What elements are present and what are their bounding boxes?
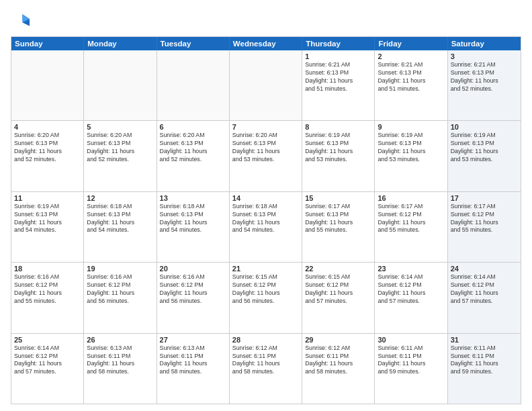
day-number: 11: [14, 194, 81, 202]
cell-info: Sunrise: 6:18 AM Sunset: 6:13 PM Dayligh…: [160, 203, 226, 235]
cell-info: Sunrise: 6:12 AM Sunset: 6:11 PM Dayligh…: [232, 345, 299, 377]
day-number: 26: [87, 336, 153, 344]
calendar-header: SundayMondayTuesdayWednesdayThursdayFrid…: [11, 37, 521, 50]
cell-info: Sunrise: 6:19 AM Sunset: 6:13 PM Dayligh…: [378, 132, 444, 164]
cell-info: Sunrise: 6:18 AM Sunset: 6:13 PM Dayligh…: [232, 203, 299, 235]
cell-info: Sunrise: 6:18 AM Sunset: 6:13 PM Dayligh…: [87, 203, 153, 235]
day-header-thursday: Thursday: [302, 37, 375, 50]
cal-cell: 15Sunrise: 6:17 AM Sunset: 6:13 PM Dayli…: [302, 192, 375, 262]
cell-info: Sunrise: 6:12 AM Sunset: 6:11 PM Dayligh…: [305, 345, 371, 377]
cell-info: Sunrise: 6:20 AM Sunset: 6:13 PM Dayligh…: [160, 132, 226, 164]
day-number: 2: [378, 52, 444, 60]
cell-info: Sunrise: 6:16 AM Sunset: 6:12 PM Dayligh…: [87, 273, 153, 306]
cal-cell: [11, 50, 84, 120]
cal-cell: 14Sunrise: 6:18 AM Sunset: 6:13 PM Dayli…: [230, 192, 302, 262]
day-number: 12: [87, 194, 153, 202]
header: [11, 11, 521, 30]
day-number: 23: [378, 265, 444, 273]
cell-info: Sunrise: 6:14 AM Sunset: 6:12 PM Dayligh…: [14, 345, 81, 377]
day-number: 24: [451, 265, 518, 273]
day-number: 16: [378, 194, 444, 202]
cal-cell: 18Sunrise: 6:16 AM Sunset: 6:12 PM Dayli…: [11, 263, 84, 332]
week-row-4: 18Sunrise: 6:16 AM Sunset: 6:12 PM Dayli…: [11, 263, 521, 333]
cell-info: Sunrise: 6:17 AM Sunset: 6:12 PM Dayligh…: [378, 203, 444, 235]
cal-cell: 23Sunrise: 6:14 AM Sunset: 6:12 PM Dayli…: [375, 263, 447, 332]
day-number: 21: [232, 265, 299, 273]
day-number: 27: [160, 336, 226, 344]
cal-cell: 4Sunrise: 6:20 AM Sunset: 6:13 PM Daylig…: [11, 121, 84, 191]
day-header-monday: Monday: [84, 37, 157, 50]
day-header-wednesday: Wednesday: [230, 37, 302, 50]
cal-cell: 21Sunrise: 6:15 AM Sunset: 6:12 PM Dayli…: [230, 263, 302, 332]
day-header-friday: Friday: [375, 37, 447, 50]
day-number: 10: [451, 123, 518, 131]
day-number: 6: [160, 123, 226, 131]
day-number: 18: [14, 265, 81, 273]
cell-info: Sunrise: 6:11 AM Sunset: 6:11 PM Dayligh…: [378, 345, 444, 377]
cell-info: Sunrise: 6:15 AM Sunset: 6:12 PM Dayligh…: [305, 273, 371, 306]
cell-info: Sunrise: 6:13 AM Sunset: 6:11 PM Dayligh…: [87, 345, 153, 377]
day-number: 9: [378, 123, 444, 131]
cell-info: Sunrise: 6:11 AM Sunset: 6:11 PM Dayligh…: [451, 345, 518, 377]
cell-info: Sunrise: 6:14 AM Sunset: 6:12 PM Dayligh…: [451, 273, 518, 306]
cal-cell: 6Sunrise: 6:20 AM Sunset: 6:13 PM Daylig…: [157, 121, 230, 191]
cal-cell: 24Sunrise: 6:14 AM Sunset: 6:12 PM Dayli…: [448, 263, 521, 332]
cal-cell: 8Sunrise: 6:19 AM Sunset: 6:13 PM Daylig…: [302, 121, 375, 191]
cal-cell: 2Sunrise: 6:21 AM Sunset: 6:13 PM Daylig…: [375, 50, 447, 120]
cal-cell: 27Sunrise: 6:13 AM Sunset: 6:11 PM Dayli…: [157, 334, 230, 404]
day-number: 31: [451, 336, 518, 344]
logo: [11, 11, 32, 30]
cal-cell: 20Sunrise: 6:16 AM Sunset: 6:12 PM Dayli…: [157, 263, 230, 332]
day-number: 8: [305, 123, 371, 131]
cell-info: Sunrise: 6:16 AM Sunset: 6:12 PM Dayligh…: [160, 273, 226, 306]
cal-cell: 25Sunrise: 6:14 AM Sunset: 6:12 PM Dayli…: [11, 334, 84, 404]
day-number: 4: [14, 123, 81, 131]
day-number: 7: [232, 123, 299, 131]
logo-icon: [11, 11, 30, 30]
cal-cell: 1Sunrise: 6:21 AM Sunset: 6:13 PM Daylig…: [302, 50, 375, 120]
day-number: 25: [14, 336, 81, 344]
cal-cell: 10Sunrise: 6:19 AM Sunset: 6:13 PM Dayli…: [448, 121, 521, 191]
cell-info: Sunrise: 6:15 AM Sunset: 6:12 PM Dayligh…: [232, 273, 299, 306]
cal-cell: 13Sunrise: 6:18 AM Sunset: 6:13 PM Dayli…: [157, 192, 230, 262]
cal-cell: 7Sunrise: 6:20 AM Sunset: 6:13 PM Daylig…: [230, 121, 302, 191]
cell-info: Sunrise: 6:20 AM Sunset: 6:13 PM Dayligh…: [87, 132, 153, 164]
day-number: 17: [451, 194, 518, 202]
cell-info: Sunrise: 6:20 AM Sunset: 6:13 PM Dayligh…: [14, 132, 81, 164]
cal-cell: 29Sunrise: 6:12 AM Sunset: 6:11 PM Dayli…: [302, 334, 375, 404]
day-number: 29: [305, 336, 371, 344]
cell-info: Sunrise: 6:21 AM Sunset: 6:13 PM Dayligh…: [378, 61, 444, 93]
cal-cell: 22Sunrise: 6:15 AM Sunset: 6:12 PM Dayli…: [302, 263, 375, 332]
cal-cell: 12Sunrise: 6:18 AM Sunset: 6:13 PM Dayli…: [84, 192, 157, 262]
day-number: 19: [87, 265, 153, 273]
cal-cell: 5Sunrise: 6:20 AM Sunset: 6:13 PM Daylig…: [84, 121, 157, 191]
cell-info: Sunrise: 6:19 AM Sunset: 6:13 PM Dayligh…: [14, 203, 81, 235]
day-number: 20: [160, 265, 226, 273]
cal-cell: 26Sunrise: 6:13 AM Sunset: 6:11 PM Dayli…: [84, 334, 157, 404]
day-number: 13: [160, 194, 226, 202]
cell-info: Sunrise: 6:21 AM Sunset: 6:13 PM Dayligh…: [451, 61, 518, 93]
cell-info: Sunrise: 6:14 AM Sunset: 6:12 PM Dayligh…: [378, 273, 444, 306]
day-number: 14: [232, 194, 299, 202]
cal-cell: 28Sunrise: 6:12 AM Sunset: 6:11 PM Dayli…: [230, 334, 302, 404]
cell-info: Sunrise: 6:20 AM Sunset: 6:13 PM Dayligh…: [232, 132, 299, 164]
cal-cell: 17Sunrise: 6:17 AM Sunset: 6:12 PM Dayli…: [448, 192, 521, 262]
cell-info: Sunrise: 6:13 AM Sunset: 6:11 PM Dayligh…: [160, 345, 226, 377]
cell-info: Sunrise: 6:19 AM Sunset: 6:13 PM Dayligh…: [451, 132, 518, 164]
cal-cell: 9Sunrise: 6:19 AM Sunset: 6:13 PM Daylig…: [375, 121, 447, 191]
day-number: 5: [87, 123, 153, 131]
week-row-2: 4Sunrise: 6:20 AM Sunset: 6:13 PM Daylig…: [11, 121, 521, 191]
cell-info: Sunrise: 6:17 AM Sunset: 6:13 PM Dayligh…: [305, 203, 371, 235]
cal-cell: 16Sunrise: 6:17 AM Sunset: 6:12 PM Dayli…: [375, 192, 447, 262]
day-header-tuesday: Tuesday: [157, 37, 230, 50]
day-number: 3: [451, 52, 518, 60]
cell-info: Sunrise: 6:16 AM Sunset: 6:12 PM Dayligh…: [14, 273, 81, 306]
cal-cell: [157, 50, 230, 120]
day-number: 15: [305, 194, 371, 202]
day-number: 1: [305, 52, 371, 60]
cell-info: Sunrise: 6:21 AM Sunset: 6:13 PM Dayligh…: [305, 61, 371, 93]
day-number: 30: [378, 336, 444, 344]
day-header-sunday: Sunday: [11, 37, 84, 50]
day-header-saturday: Saturday: [448, 37, 521, 50]
cell-info: Sunrise: 6:19 AM Sunset: 6:13 PM Dayligh…: [305, 132, 371, 164]
